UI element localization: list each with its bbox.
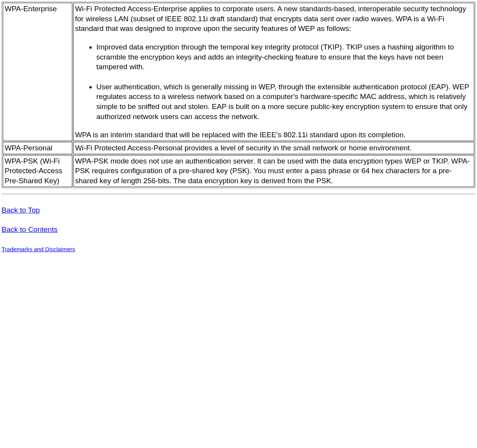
definition-cell: WPA-PSK mode does not use an authenticat… xyxy=(73,155,474,187)
back-to-top-link[interactable]: Back to Top xyxy=(2,206,40,215)
list-item: User authentication, which is generally … xyxy=(96,82,472,122)
back-to-contents-link[interactable]: Back to Contents xyxy=(2,225,58,234)
definition-cell: Wi-Fi Protected Access-Enterprise applie… xyxy=(73,3,474,141)
term-cell: WPA-Enterprise xyxy=(3,3,72,141)
term-cell: WPA-Personal xyxy=(3,142,72,154)
definition-cell: Wi-Fi Protected Access-Personal provides… xyxy=(73,142,474,154)
glossary-table: WPA-Enterprise Wi-Fi Protected Access-En… xyxy=(2,2,475,188)
definition-bullet-list: Improved data encryption through the tem… xyxy=(75,42,472,121)
definition-outro: WPA is an interim standard that will be … xyxy=(75,131,406,139)
trademarks-link[interactable]: Trademarks and Disclaimers xyxy=(2,246,75,252)
divider xyxy=(2,194,475,195)
table-row: WPA-Enterprise Wi-Fi Protected Access-En… xyxy=(3,3,474,141)
term-cell: WPA-PSK (Wi-Fi Protected-Access Pre-Shar… xyxy=(3,155,72,187)
list-item: Improved data encryption through the tem… xyxy=(96,42,472,72)
table-row: WPA-Personal Wi-Fi Protected Access-Pers… xyxy=(3,142,474,154)
definition-intro: Wi-Fi Protected Access-Enterprise applie… xyxy=(75,5,466,32)
table-row: WPA-PSK (Wi-Fi Protected-Access Pre-Shar… xyxy=(3,155,474,187)
